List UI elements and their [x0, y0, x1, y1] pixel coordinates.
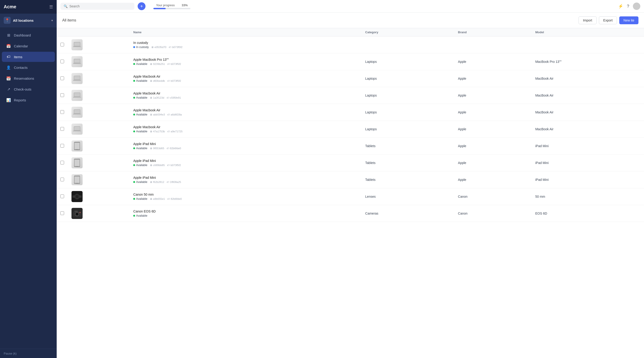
item-name: Apple iPad Mini [133, 176, 358, 179]
hamburger-icon[interactable]: ☰ [49, 4, 53, 9]
status-dot [133, 97, 135, 99]
status-badge: Available [133, 164, 147, 167]
svg-point-20 [77, 150, 78, 150]
svg-rect-14 [73, 114, 81, 115]
svg-rect-2 [73, 46, 81, 47]
item-thumbnail [72, 140, 82, 152]
table-row[interactable]: Apple iPad MiniAvailable🖥 f62b2812🏷 1f80… [57, 171, 644, 188]
item-id2: 🏷 a6d6f28a [167, 113, 182, 116]
row-thumbnail-cell [68, 104, 130, 121]
row-checkbox[interactable] [60, 93, 64, 97]
status-label: Available [136, 214, 147, 217]
item-name: Canon EOS 6D [133, 209, 358, 213]
status-label: Available [136, 96, 147, 99]
avatar[interactable] [633, 2, 640, 10]
row-model: MacBook Air [532, 70, 644, 87]
status-dot [133, 80, 135, 82]
row-checkbox[interactable] [60, 60, 64, 63]
svg-rect-22 [74, 160, 80, 166]
status-badge: Available [133, 96, 147, 99]
row-category: Laptops [362, 104, 454, 121]
item-thumbnail [72, 90, 82, 101]
svg-rect-17 [73, 131, 81, 131]
row-thumbnail-cell [68, 36, 130, 53]
row-checkbox[interactable] [60, 211, 64, 215]
table-row[interactable]: Apple Macbook AirAvailable🖥 47a1753b🏷 a9… [57, 121, 644, 138]
item-name: Apple iPad Mini [133, 159, 358, 163]
sidebar-item-label: Check-outs [14, 87, 32, 91]
export-button[interactable]: Export [599, 16, 617, 24]
row-checkbox[interactable] [60, 194, 64, 198]
new-item-button[interactable]: New ite [619, 16, 638, 24]
row-checkbox[interactable] [60, 144, 64, 148]
row-brand [454, 36, 532, 53]
table-row[interactable]: Apple Macbook AirAvailable🖥 abb594e3🏷 a6… [57, 104, 644, 121]
search-container[interactable]: 🔍 [60, 3, 134, 10]
row-checkbox[interactable] [60, 127, 64, 131]
table-row[interactable]: Apple iPad MiniAvailable🖥 c689bb85🏷 b073… [57, 155, 644, 171]
table-row[interactable]: Canon EOS 6DAvailableCamerasCanonEOS 6D [57, 205, 644, 222]
item-id2: 🏷 a9e71725 [167, 130, 182, 133]
lightning-icon[interactable]: ⚡ [618, 4, 623, 9]
row-checkbox-cell [57, 121, 68, 138]
row-info-cell: Apple iPad MiniAvailable🖥 c689bb85🏷 b073… [130, 155, 361, 171]
row-model: iPad Mini [532, 155, 644, 171]
add-button[interactable]: + [138, 2, 146, 10]
sidebar-item-reports[interactable]: 📊 Reports [2, 95, 55, 105]
table-row[interactable]: Apple Macbook AirAvailable🖥 1a3f123d🏷 c5… [57, 87, 644, 104]
status-badge: Available [133, 62, 147, 66]
table-row[interactable]: Canon 50 mmAvailable🖥 a9b655e1🏷 82b6fde0… [57, 188, 644, 205]
id-icon: 🖥 [150, 147, 152, 150]
item-id2: 🏷 b073f5f2 [167, 79, 181, 82]
status-dot [133, 147, 135, 149]
item-id2: 🏷 82b6fde0 [167, 197, 182, 200]
sidebar-footer[interactable]: Pause (k) [0, 349, 57, 358]
svg-rect-16 [74, 127, 80, 130]
item-meta: In custody🖥 e0535d70🏷 b073f5f2 [133, 45, 358, 49]
status-dot [133, 198, 135, 200]
sidebar-item-reservations[interactable]: 📆 Reservations [2, 73, 55, 84]
status-badge: Available [133, 180, 147, 184]
sidebar-item-dashboard[interactable]: ⊞ Dashboard [2, 30, 55, 40]
row-category: Laptops [362, 87, 454, 104]
progress-bar-fill [153, 8, 166, 9]
items-table: Name Category Brand Model In custodyIn c… [57, 28, 644, 222]
item-thumbnail [72, 208, 82, 219]
svg-point-23 [77, 166, 78, 167]
row-checkbox-cell [57, 87, 68, 104]
row-brand: Canon [454, 205, 532, 222]
sidebar-item-checkouts[interactable]: ↗ Check-outs [2, 84, 55, 94]
search-input[interactable] [70, 4, 131, 8]
content-area: All items Import Export New ite Name Cat… [57, 13, 644, 358]
row-checkbox[interactable] [60, 161, 64, 165]
row-checkbox[interactable] [60, 76, 64, 80]
table-row[interactable]: In custodyIn custody🖥 e0535d70🏷 b073f5f2 [57, 36, 644, 53]
row-category: Tablets [362, 155, 454, 171]
sidebar-item-calendar[interactable]: 📅 Calendar [2, 41, 55, 51]
sidebar-item-contacts[interactable]: 👤 Contacts [2, 62, 55, 73]
row-brand: Apple [454, 138, 532, 155]
tag-icon: 🏷 [167, 63, 170, 65]
table-row[interactable]: Apple Macbook AirAvailable🖥 d60beddb🏷 b0… [57, 70, 644, 87]
help-icon[interactable]: ? [627, 4, 629, 9]
id-icon: 🖥 [150, 79, 152, 82]
row-checkbox[interactable] [60, 110, 64, 114]
row-model: MacBook Air [532, 104, 644, 121]
status-dot [133, 181, 135, 183]
status-label: In custody [136, 45, 149, 49]
row-checkbox-cell [57, 36, 68, 53]
import-button[interactable]: Import [578, 16, 596, 24]
row-checkbox[interactable] [60, 43, 64, 46]
table-row[interactable]: Apple MacBook Pro 13""Available🖥 9239b25… [57, 53, 644, 70]
tag-icon: 🏷 [166, 147, 169, 150]
table-row[interactable]: Apple iPad MiniAvailable🖥 9f053d65🏷 82b6… [57, 138, 644, 155]
row-checkbox-cell [57, 70, 68, 87]
item-meta: Available🖥 d60beddb🏷 b073f5f2 [133, 79, 358, 82]
sidebar-item-items[interactable]: 🏷 Items [2, 52, 55, 62]
row-model: MacBook Pro 13"" [532, 53, 644, 70]
tag-icon: 🏷 [167, 113, 170, 116]
row-checkbox[interactable] [60, 178, 64, 181]
location-left: 📍 All locations [4, 17, 34, 24]
location-selector[interactable]: 📍 All locations ▾ [0, 14, 57, 27]
id-icon: 🖥 [150, 63, 152, 65]
